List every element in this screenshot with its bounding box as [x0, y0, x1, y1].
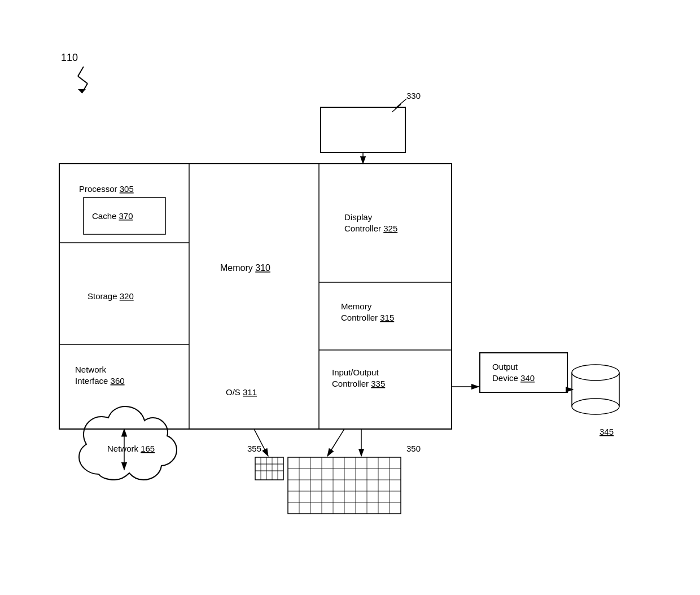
grid-ref: 350 — [406, 444, 421, 453]
output-device-label2: Device 340 — [492, 373, 535, 383]
cache-label: Cache 370 — [92, 211, 133, 221]
output-device-label: Output — [492, 362, 518, 371]
storage-label: Storage 320 — [88, 291, 134, 301]
keyboard-ref: 355 — [247, 444, 261, 453]
memory-controller-label: Memory — [341, 301, 372, 311]
io-controller-label2: Controller 335 — [332, 379, 385, 388]
keyboard-box — [255, 457, 283, 480]
diagram-container: 110 Processor 305 Cache 370 Storage 320 … — [0, 0, 700, 595]
io-controller-label: Input/Output — [332, 368, 379, 377]
ref-110-label: 110 — [61, 52, 78, 63]
svg-line-41 — [327, 429, 344, 456]
memory-controller-label2: Controller 315 — [341, 313, 394, 322]
svg-line-1 — [78, 76, 88, 84]
output-device-box — [480, 353, 567, 392]
network-interface-label2: Interface 360 — [75, 376, 125, 386]
svg-text:Network 165: Network 165 — [107, 444, 155, 453]
display-box — [321, 107, 405, 152]
architecture-diagram: 110 Processor 305 Cache 370 Storage 320 … — [0, 0, 700, 595]
display-box-ref: 330 — [406, 91, 421, 100]
cylinder-top — [572, 365, 619, 380]
cylinder-ref: 345 — [600, 427, 614, 436]
display-controller-label: Display — [344, 212, 373, 222]
memory-label: Memory 310 — [220, 263, 270, 273]
svg-line-10 — [392, 104, 401, 112]
os-label: O/S 311 — [226, 387, 257, 397]
processor-label: Processor 305 — [79, 184, 134, 194]
cylinder-bottom — [572, 399, 619, 414]
network-interface-label: Network — [75, 365, 107, 374]
network-cloud: Network 165 — [79, 406, 177, 480]
display-controller-label2: Controller 325 — [344, 224, 397, 233]
svg-line-0 — [78, 67, 84, 76]
svg-marker-3 — [78, 89, 86, 93]
